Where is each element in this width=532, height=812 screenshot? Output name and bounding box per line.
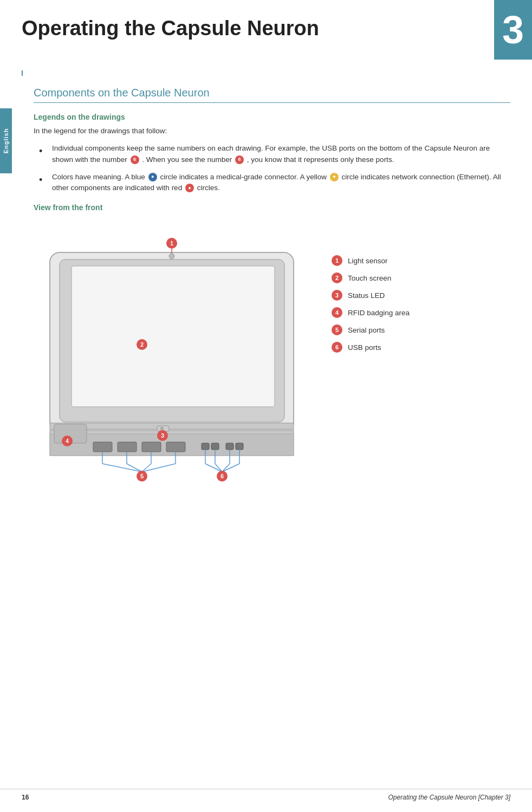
- view-heading: View from the front: [34, 203, 510, 212]
- svg-line-43: [222, 464, 230, 472]
- legend-item-5: 5 Serial ports: [332, 324, 410, 335]
- legend-badge-3: 3: [332, 290, 342, 301]
- page-title: Operating the Capsule Neuron: [22, 16, 510, 41]
- legend-badge-2: 2: [332, 272, 342, 283]
- legend-badge-5: 5: [332, 324, 342, 335]
- bullet-dot-2: •: [39, 173, 48, 187]
- svg-text:4: 4: [66, 438, 69, 444]
- legend-badge-4: 4: [332, 307, 342, 318]
- svg-rect-8: [142, 442, 161, 452]
- legend-item-3: 3 Status LED: [332, 290, 410, 301]
- legend-item-2: 2 Touch screen: [332, 272, 410, 283]
- side-tab-label: English: [3, 128, 9, 154]
- bullet-item-1: • Individual components keep the same nu…: [39, 143, 510, 165]
- legend-item-6: 6 USB ports: [332, 342, 410, 353]
- svg-rect-16: [160, 427, 164, 430]
- legend-badge-1: 1: [332, 255, 342, 266]
- badge-6b: 6: [235, 155, 244, 164]
- badge-red: ●: [185, 184, 194, 192]
- badge-yellow: ●: [330, 173, 339, 181]
- legend-item-1: 1 Light sensor: [332, 255, 410, 266]
- footer-text: Operating the Capsule Neuron [Chapter 3]: [388, 794, 510, 801]
- legend-item-4: 4 RFID badging area: [332, 307, 410, 318]
- bullet-text-2: Colors have meaning. A blue ● circle ind…: [52, 172, 510, 194]
- badge-blue: ●: [148, 173, 157, 181]
- legend-label-2: Touch screen: [348, 274, 391, 282]
- legend-label-5: Serial ports: [348, 326, 385, 334]
- legends-intro: In the legend for the drawings that foll…: [34, 126, 510, 137]
- svg-line-42: [215, 464, 222, 472]
- svg-rect-10: [202, 443, 209, 450]
- legend-label-3: Status LED: [348, 291, 385, 300]
- svg-point-14: [169, 254, 174, 259]
- svg-text:5: 5: [140, 473, 144, 479]
- legend-label-6: USB ports: [348, 343, 381, 352]
- svg-line-31: [102, 464, 142, 472]
- svg-rect-12: [226, 443, 233, 450]
- header-area: Operating the Capsule Neuron: [0, 0, 532, 70]
- svg-text:3: 3: [161, 432, 164, 439]
- bullet-text-1: Individual components keep the same numb…: [52, 143, 510, 165]
- legend-label-1: Light sensor: [348, 257, 388, 265]
- legend-label-4: RFID badging area: [348, 309, 410, 317]
- diagram-container: 1 2 3 4: [34, 223, 510, 484]
- svg-text:6: 6: [220, 473, 224, 479]
- side-tab: English: [0, 108, 12, 173]
- svg-rect-7: [118, 442, 137, 452]
- svg-line-41: [205, 464, 222, 472]
- footer: 16 Operating the Capsule Neuron [Chapter…: [0, 789, 532, 801]
- badge-6a: 6: [131, 155, 139, 164]
- svg-rect-6: [93, 442, 112, 452]
- svg-text:1: 1: [170, 240, 173, 246]
- legend-list: 1 Light sensor 2 Touch screen 3 Status L…: [332, 255, 410, 353]
- diagram-svg: 1 2 3 4: [34, 223, 315, 484]
- legend-badge-6: 6: [332, 342, 342, 353]
- main-content: Components on the Capsule Neuron Legends…: [12, 76, 532, 528]
- section-title: Components on the Capsule Neuron: [34, 87, 510, 103]
- bullet-dot-1: •: [39, 144, 48, 159]
- svg-rect-9: [166, 442, 185, 452]
- footer-page-number: 16: [22, 794, 29, 801]
- svg-rect-2: [72, 266, 275, 407]
- bullet-item-2: • Colors have meaning. A blue ● circle i…: [39, 172, 510, 194]
- svg-text:2: 2: [140, 341, 144, 348]
- bullet-list: • Individual components keep the same nu…: [39, 143, 510, 193]
- svg-rect-13: [236, 443, 243, 450]
- legends-heading: Legends on the drawings: [34, 113, 510, 121]
- svg-line-44: [222, 464, 239, 472]
- svg-rect-11: [211, 443, 219, 450]
